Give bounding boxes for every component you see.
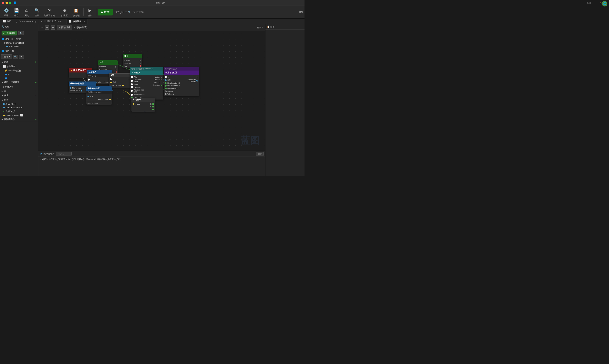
key1-body: Pressed ▷ Released ▷ Key [123,58,142,68]
timeline-icon: ⏱ [41,20,43,23]
event-icon: ⚡ [70,69,73,72]
var-static-mesh[interactable]: StaticMesh [0,102,38,106]
self-node[interactable]: 📘 高铁_BP（自身） [0,37,38,41]
tab-timeline[interactable]: ⏱ 时间轴_0_Templat... [39,19,67,24]
timeline-pins-row: Play Play from Start Stop Reverse Revers… [130,76,164,99]
maximize-button[interactable] [9,2,11,4]
key1-pressed-out: ▷ [140,60,141,62]
key1-dot [140,65,141,67]
set-loc-header: 设置相对位置 [164,71,199,75]
add-component-button[interactable]: + +添加组件 [1,31,17,36]
add-macro-button[interactable]: + [35,90,37,92]
var-initial-location[interactable]: initialLocation ⬜ [0,113,38,117]
forward-button[interactable]: ▶ [51,25,55,30]
event-graph-item[interactable]: ⬜ 事件图表 [0,65,38,69]
class-defaults-button[interactable]: 📋 类默认值 [70,6,82,18]
tab-close-icon[interactable]: ✕ [83,20,85,23]
tab-event-graph[interactable]: ⬜ 事件图表 ✕ [67,19,88,24]
tl-play-start: Play from Start [130,78,147,83]
vector-node[interactable]: 加向量乘 In Vec X Y Z [131,98,155,112]
play-button[interactable]: ▶ 播放 [98,9,113,15]
add-variable-button[interactable]: + [35,94,37,97]
vec-y: Y [143,105,155,108]
results-search-input[interactable] [56,152,72,156]
minimize-button[interactable] [5,2,8,4]
graphs-section-title[interactable]: ▼ 图表 + [0,60,38,65]
class-settings-button[interactable]: ⚙ 类设置 [60,6,69,18]
node0-item[interactable]: 🔷 0 [0,73,38,76]
components-header: 🔧 组件 [0,24,38,29]
var-default-scene[interactable]: DefaultSceneRoo... [0,106,38,109]
components-section2-title[interactable]: ▼ 组件 [0,98,38,102]
tab-construction[interactable]: ƒ Construction Scrip [14,19,39,24]
var-timeline[interactable]: ⏱ 时间轴_0 [0,109,38,113]
key1-key-out [140,65,141,67]
macros-arrow: ▶ [1,90,3,92]
key1-node[interactable]: 按 1 Pressed ▷ Released ▷ Key [123,54,142,68]
breadcrumb-sep: > [74,26,75,29]
tab-viewport[interactable]: ⬜ 视口 [1,19,14,24]
node1-item[interactable]: 🔷 1 [0,76,38,80]
add-function-button[interactable]: + [35,81,37,84]
variables-section-title[interactable]: ▼ 变量 + [0,93,38,98]
class-defaults-icon: 📋 [73,7,79,13]
event-scheduler-title[interactable]: ▶ 事件调度器 + [0,117,38,122]
close-button[interactable] [2,2,4,4]
set-exec-out: ▷ [128,78,129,80]
vec-in: In Vec [131,103,143,105]
constructor-item[interactable]: ƒ 构建脚本 [0,85,38,89]
filter-section: 调试过滤器 [133,11,144,14]
functions-section-title[interactable]: ▼ 函数（20可覆盖） + [0,80,38,85]
search-bp-button[interactable]: 🔍 [13,55,18,59]
save-button[interactable]: 💾 保存 [12,6,21,18]
clear-button[interactable]: 清除 [256,152,264,156]
get-init-loc-node[interactable]: 获取初始位置 目标是Static Mesh 目标 Return Value St… [86,86,112,105]
details-panel-icon: 📋 [267,26,270,28]
static-mesh-node[interactable]: StaticMesh [0,45,38,48]
sl-z-dot [165,88,166,89]
blueprint-canvas[interactable]: ⚡ 事件 开始运行 ▷ 按 5 Pressed ▷ Released ▷ [38,31,265,151]
blueprint-name: 高铁_BP [115,11,124,14]
scene-root-node[interactable]: DefaultSceneRoot [0,41,38,45]
tl-update: Update ▷ [147,76,164,78]
view-options-button[interactable]: 👁 [19,55,24,59]
back-button[interactable]: ◀ [45,25,49,30]
key1-pressed: Pressed ▷ [123,59,142,62]
macros-section-title[interactable]: ▶ 宏 + [0,89,38,93]
compile-button[interactable]: ⚙️ 编译 [1,6,11,18]
hide-button[interactable]: 👁 隐藏不相关 [42,6,56,18]
set-header: SET [109,73,130,77]
tl-play: Play [130,76,147,78]
window-controls [2,2,11,4]
blueprint-selector[interactable]: 高铁_BP ▼ 🔍 [115,11,131,14]
init-target-in: 目标 [86,95,112,98]
set-loc-body: ▷ 目标 New Location X New Location Y New L… [164,75,199,96]
search-icon[interactable]: 🔍 [128,11,131,13]
timeline-node[interactable]: 时间轴_0 已暂停 0.00/0.0 ℃ 时间轴_0 Play Play fro… [130,67,164,100]
player-index-dot [70,87,71,89]
toolbar-sep-3 [96,8,96,16]
search-component-button[interactable]: 🔍 [18,31,24,35]
simulate-button[interactable]: ▶ 模拟 [85,6,95,18]
add-graph-button[interactable]: + [35,61,37,64]
new-item-button[interactable]: +新增▼ [1,54,12,59]
get-player-ctrl-header: 获取玩家控制器 [69,81,96,86]
bookmark-button[interactable]: ☆ [41,26,43,29]
key1-header: 按 1 [123,54,142,58]
pressed-out: ▷ [115,66,117,68]
browse-button[interactable]: 🗂 浏览 [22,6,31,18]
node1-icon: 🔷 [5,77,7,79]
breadcrumb-bar: ☆ ◀ ▶ ⊞ 高铁_BP > 事件图表 缩放-4 [38,24,265,31]
find-button[interactable]: 🔍 查找 [32,6,42,18]
tl-reverse-end: Reverse from End [130,89,147,93]
tl-set-time-icon [131,94,133,96]
event-start-item[interactable]: ⚡ 事件开始运行 [0,69,38,73]
tl-stop: Stop [130,83,147,86]
toolbar: ⚙️ 编译 💾 保存 🗂 浏览 🔍 查找 👁 隐藏不相关 ⚙ 类设置 📋 类默认… [0,6,304,19]
event-start-icon: ⚡ [5,69,7,72]
set-node[interactable]: SET ▷ 目标 Initial Location [109,73,130,88]
right-panel: 📋 细节 [265,24,304,176]
timeline-header: 时间轴_0 [130,71,164,75]
add-event-button[interactable]: + [35,118,37,121]
set-location-node[interactable]: 目标是场景组件 设置相对位置 ▷ 目标 New Location X New L… [164,67,199,96]
